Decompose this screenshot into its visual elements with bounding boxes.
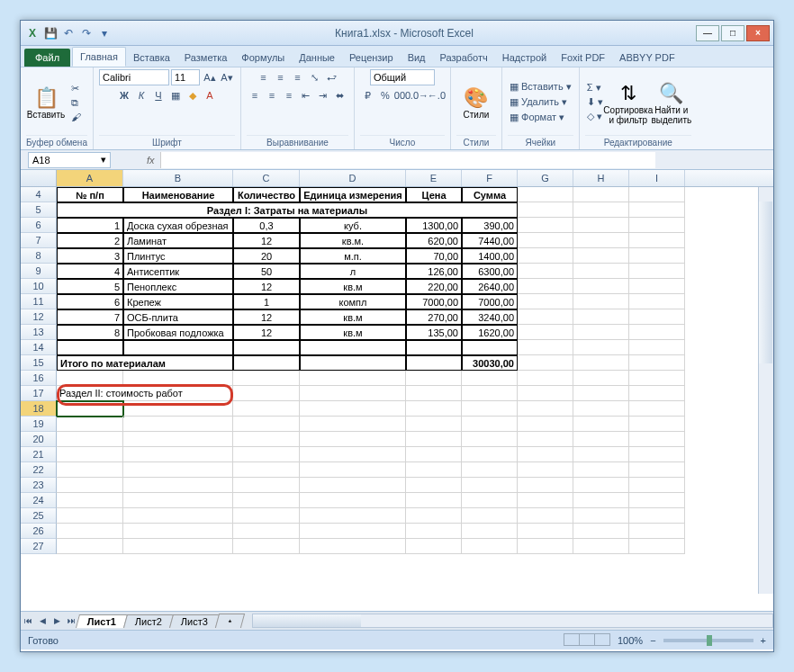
col-header-E[interactable]: E (406, 170, 462, 186)
cell-H26[interactable] (573, 524, 629, 539)
cell-C4[interactable]: Количество (233, 187, 300, 202)
cell-B19[interactable] (123, 417, 233, 432)
cell-D22[interactable] (300, 462, 406, 478)
insert-cells-button[interactable]: ▦ Вставить ▾ (510, 81, 572, 93)
cell-H16[interactable] (573, 371, 629, 386)
cell-F20[interactable] (462, 432, 518, 447)
cell-I6[interactable] (629, 218, 685, 233)
cell-I19[interactable] (629, 417, 685, 432)
cell-E6[interactable]: 1300,00 (406, 218, 462, 233)
cell-H27[interactable] (573, 539, 629, 554)
cell-H10[interactable] (573, 279, 629, 294)
cell-C19[interactable] (233, 417, 300, 432)
cell-G4[interactable] (518, 187, 573, 202)
cell-H21[interactable] (573, 447, 629, 462)
cell-F4[interactable]: Сумма (462, 187, 518, 202)
cell-C27[interactable] (233, 539, 300, 554)
cell-B11[interactable]: Крепеж (123, 294, 233, 309)
save-icon[interactable]: 💾 (42, 25, 59, 41)
cell-E23[interactable] (406, 478, 462, 493)
copy-icon[interactable]: ⧉ (71, 97, 81, 109)
cell-I20[interactable] (629, 432, 685, 447)
fx-icon[interactable]: fx (147, 155, 155, 166)
cell-C20[interactable] (233, 432, 300, 447)
cell-D19[interactable] (300, 417, 406, 432)
row-header-13[interactable]: 13 (21, 325, 57, 340)
col-header-C[interactable]: C (233, 170, 300, 186)
row-header-9[interactable]: 9 (21, 264, 57, 279)
comma-icon[interactable]: 000 (394, 87, 411, 103)
cell-I11[interactable] (629, 294, 685, 309)
row-header-20[interactable]: 20 (21, 432, 57, 447)
font-color-button[interactable]: A (202, 87, 218, 103)
cell-E21[interactable] (406, 447, 462, 462)
cell-B22[interactable] (123, 462, 233, 478)
cell-A5[interactable]: Раздел I: Затраты на материалы (57, 202, 518, 218)
cell-A27[interactable] (57, 539, 123, 554)
sort-filter-button[interactable]: ⇅Сортировка и фильтр (609, 73, 648, 132)
cell-G5[interactable] (518, 202, 573, 218)
cell-B13[interactable]: Пробковая подложка (123, 325, 233, 340)
align-right-icon[interactable]: ≡ (281, 87, 297, 103)
tab-view[interactable]: Вид (401, 49, 433, 67)
cell-C17[interactable] (233, 386, 300, 401)
cell-E15[interactable] (406, 355, 462, 371)
cell-H4[interactable] (573, 187, 629, 202)
cell-F13[interactable]: 1620,00 (462, 325, 518, 340)
shrink-font-icon[interactable]: A▾ (219, 69, 235, 85)
cell-I26[interactable] (629, 524, 685, 539)
cell-E27[interactable] (406, 539, 462, 554)
cell-I25[interactable] (629, 508, 685, 524)
cell-G17[interactable] (518, 386, 573, 401)
cell-D17[interactable] (300, 386, 406, 401)
cell-E25[interactable] (406, 508, 462, 524)
cell-I17[interactable] (629, 386, 685, 401)
cell-I7[interactable] (629, 233, 685, 248)
cell-I12[interactable] (629, 309, 685, 325)
cell-D24[interactable] (300, 493, 406, 508)
col-header-F[interactable]: F (462, 170, 518, 186)
cell-D12[interactable]: кв.м (300, 309, 406, 325)
cell-H9[interactable] (573, 264, 629, 279)
row-header-21[interactable]: 21 (21, 447, 57, 462)
cell-A14[interactable] (57, 340, 123, 355)
cell-E7[interactable]: 620,00 (406, 233, 462, 248)
cell-G12[interactable] (518, 309, 573, 325)
cell-I8[interactable] (629, 248, 685, 264)
cell-D27[interactable] (300, 539, 406, 554)
cell-B6[interactable]: Доска сухая обрезная (123, 218, 233, 233)
cell-A16[interactable] (57, 371, 123, 386)
cell-I24[interactable] (629, 493, 685, 508)
cell-F9[interactable]: 6300,00 (462, 264, 518, 279)
cell-A19[interactable] (57, 417, 123, 432)
cell-B14[interactable] (123, 340, 233, 355)
cell-B10[interactable]: Пеноплекс (123, 279, 233, 294)
cell-E14[interactable] (406, 340, 462, 355)
decrease-indent-icon[interactable]: ⇤ (298, 87, 314, 103)
cell-G18[interactable] (518, 401, 573, 417)
cell-A12[interactable]: 7 (57, 309, 123, 325)
cell-G20[interactable] (518, 432, 573, 447)
spreadsheet-grid[interactable]: ABCDEFGHI 4№ п/пНаименованиеКоличествоЕд… (21, 170, 773, 611)
sheet-tab-3[interactable]: Лист3 (169, 614, 220, 628)
cell-H5[interactable] (573, 202, 629, 218)
decrease-decimal-icon[interactable]: ←.0 (429, 87, 445, 103)
cell-G22[interactable] (518, 462, 573, 478)
cell-E18[interactable] (406, 401, 462, 417)
cell-A9[interactable]: 4 (57, 264, 123, 279)
align-center-icon[interactable]: ≡ (264, 87, 280, 103)
cell-B24[interactable] (123, 493, 233, 508)
cell-D25[interactable] (300, 508, 406, 524)
cell-H19[interactable] (573, 417, 629, 432)
row-header-19[interactable]: 19 (21, 417, 57, 432)
horizontal-scrollbar[interactable] (252, 614, 773, 628)
cell-I15[interactable] (629, 355, 685, 371)
grow-font-icon[interactable]: A▴ (202, 69, 218, 85)
cell-G11[interactable] (518, 294, 573, 309)
increase-indent-icon[interactable]: ⇥ (315, 87, 331, 103)
col-header-A[interactable]: A (57, 170, 123, 186)
row-header-4[interactable]: 4 (21, 187, 57, 202)
cell-G21[interactable] (518, 447, 573, 462)
qat-more-icon[interactable]: ▾ (96, 25, 113, 41)
row-header-23[interactable]: 23 (21, 478, 57, 493)
